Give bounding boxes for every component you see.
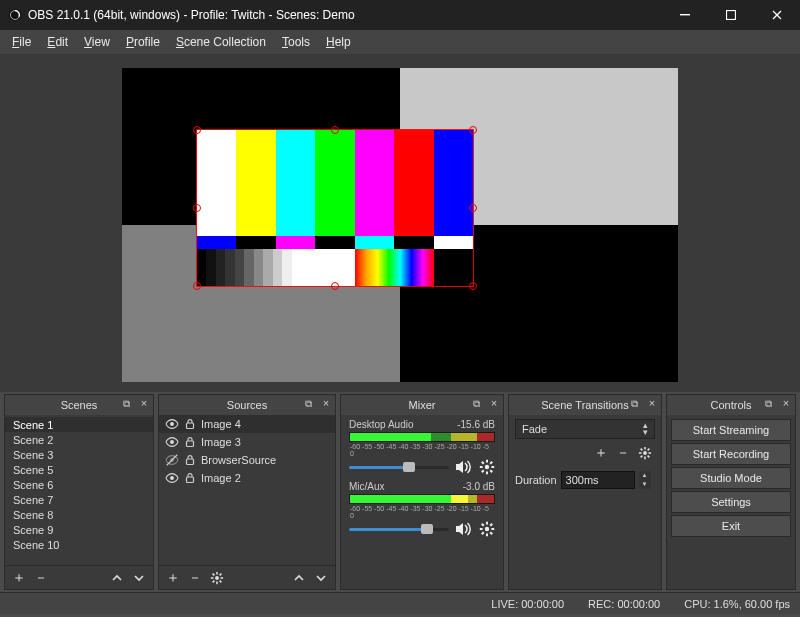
- source-item[interactable]: Image 3: [159, 433, 335, 451]
- menubar: File Edit View Profile Scene Collection …: [0, 30, 800, 54]
- move-up-button[interactable]: [289, 568, 309, 588]
- transitions-header: Scene Transitions ⧉ ×: [509, 395, 661, 415]
- resize-handle[interactable]: [193, 126, 201, 134]
- svg-point-6: [170, 440, 174, 444]
- channel-name: Mic/Aux: [349, 481, 385, 492]
- channel-settings-button[interactable]: [479, 521, 495, 537]
- close-icon[interactable]: ×: [645, 397, 659, 411]
- resize-handle[interactable]: [469, 204, 477, 212]
- mixer-channel: Desktop Audio-15.6 dB-60 -55 -50 -45 -40…: [341, 415, 503, 477]
- volume-slider[interactable]: [349, 460, 449, 474]
- transition-select[interactable]: Fade ▴▾: [515, 419, 655, 439]
- menu-view[interactable]: View: [78, 33, 116, 51]
- resize-handle[interactable]: [193, 204, 201, 212]
- source-properties-button[interactable]: [207, 568, 227, 588]
- start-recording-button[interactable]: Start Recording: [671, 443, 791, 465]
- add-scene-button[interactable]: ＋: [9, 568, 29, 588]
- move-down-button[interactable]: [311, 568, 331, 588]
- move-down-button[interactable]: [129, 568, 149, 588]
- resize-handle[interactable]: [469, 126, 477, 134]
- transitions-body: Fade ▴▾ ＋ － Duration ▲▼: [509, 415, 661, 589]
- popout-icon[interactable]: ⧉: [765, 398, 777, 410]
- maximize-button[interactable]: [708, 0, 754, 30]
- source-name: Image 4: [201, 418, 241, 430]
- menu-profile[interactable]: Profile: [120, 33, 166, 51]
- remove-scene-button[interactable]: －: [31, 568, 51, 588]
- resize-handle[interactable]: [331, 126, 339, 134]
- scene-item[interactable]: Scene 3: [5, 447, 153, 462]
- svg-line-19: [220, 580, 222, 582]
- volume-slider[interactable]: [349, 522, 449, 536]
- visibility-toggle-icon[interactable]: [165, 471, 179, 485]
- svg-point-4: [170, 422, 174, 426]
- duration-input[interactable]: [561, 471, 635, 489]
- svg-line-47: [648, 449, 650, 451]
- svg-line-18: [213, 573, 215, 575]
- visibility-toggle-icon[interactable]: [165, 417, 179, 431]
- scene-item[interactable]: Scene 10: [5, 537, 153, 552]
- minimize-button[interactable]: [662, 0, 708, 30]
- scene-item[interactable]: Scene 8: [5, 507, 153, 522]
- resize-handle[interactable]: [193, 282, 201, 290]
- lock-icon[interactable]: [183, 453, 197, 467]
- popout-icon[interactable]: ⧉: [631, 398, 643, 410]
- close-icon[interactable]: ×: [319, 397, 333, 411]
- menu-edit[interactable]: Edit: [41, 33, 74, 51]
- transitions-panel: Scene Transitions ⧉ × Fade ▴▾ ＋ － Durati: [508, 394, 662, 590]
- close-button[interactable]: [754, 0, 800, 30]
- transition-properties-button[interactable]: [635, 443, 655, 463]
- move-up-button[interactable]: [107, 568, 127, 588]
- settings-button[interactable]: Settings: [671, 491, 791, 513]
- titlebar: OBS 21.0.1 (64bit, windows) - Profile: T…: [0, 0, 800, 30]
- channel-settings-button[interactable]: [479, 459, 495, 475]
- lock-icon[interactable]: [183, 417, 197, 431]
- preview-canvas[interactable]: [122, 68, 678, 382]
- add-source-button[interactable]: ＋: [163, 568, 183, 588]
- close-icon[interactable]: ×: [487, 397, 501, 411]
- scene-item[interactable]: Scene 2: [5, 432, 153, 447]
- scene-item[interactable]: Scene 1: [5, 417, 153, 432]
- scene-item[interactable]: Scene 6: [5, 477, 153, 492]
- meter-ticks: -60 -55 -50 -45 -40 -35 -30 -25 -20 -15 …: [349, 505, 495, 519]
- sources-toolbar: ＋ －: [159, 565, 335, 589]
- popout-icon[interactable]: ⧉: [123, 398, 135, 410]
- visibility-toggle-icon[interactable]: [165, 453, 179, 467]
- mute-button[interactable]: [455, 459, 473, 475]
- visibility-toggle-icon[interactable]: [165, 435, 179, 449]
- duration-stepper[interactable]: ▲▼: [639, 471, 651, 489]
- add-transition-button[interactable]: ＋: [591, 443, 611, 463]
- source-item[interactable]: Image 4: [159, 415, 335, 433]
- scenes-list[interactable]: Scene 1Scene 2Scene 3Scene 5Scene 6Scene…: [5, 415, 153, 565]
- mute-button[interactable]: [455, 521, 473, 537]
- menu-tools[interactable]: Tools: [276, 33, 316, 51]
- chevron-updown-icon: ▴▾: [643, 422, 648, 436]
- popout-icon[interactable]: ⧉: [473, 398, 485, 410]
- start-streaming-button[interactable]: Start Streaming: [671, 419, 791, 441]
- studio-mode-button[interactable]: Studio Mode: [671, 467, 791, 489]
- svg-line-48: [641, 456, 643, 458]
- source-item[interactable]: BrowserSource: [159, 451, 335, 469]
- close-icon[interactable]: ×: [779, 397, 793, 411]
- lock-icon[interactable]: [183, 435, 197, 449]
- source-name: Image 3: [201, 436, 241, 448]
- sources-list[interactable]: Image 4Image 3BrowserSourceImage 2: [159, 415, 335, 565]
- exit-button[interactable]: Exit: [671, 515, 791, 537]
- scene-item[interactable]: Scene 9: [5, 522, 153, 537]
- lock-icon[interactable]: [183, 471, 197, 485]
- status-rec: REC: 00:00:00: [588, 598, 660, 610]
- source-item[interactable]: Image 2: [159, 469, 335, 487]
- scene-item[interactable]: Scene 7: [5, 492, 153, 507]
- remove-source-button[interactable]: －: [185, 568, 205, 588]
- resize-handle[interactable]: [331, 282, 339, 290]
- close-icon[interactable]: ×: [137, 397, 151, 411]
- menu-file[interactable]: File: [6, 33, 37, 51]
- resize-handle[interactable]: [469, 282, 477, 290]
- scene-item[interactable]: Scene 5: [5, 462, 153, 477]
- svg-rect-12: [187, 477, 194, 483]
- remove-transition-button[interactable]: －: [613, 443, 633, 463]
- popout-icon[interactable]: ⧉: [305, 398, 317, 410]
- menu-scene-collection[interactable]: Scene Collection: [170, 33, 272, 51]
- menu-help[interactable]: Help: [320, 33, 357, 51]
- status-bar: LIVE: 00:00:00 REC: 00:00:00 CPU: 1.6%, …: [0, 592, 800, 614]
- selected-source[interactable]: [197, 130, 473, 286]
